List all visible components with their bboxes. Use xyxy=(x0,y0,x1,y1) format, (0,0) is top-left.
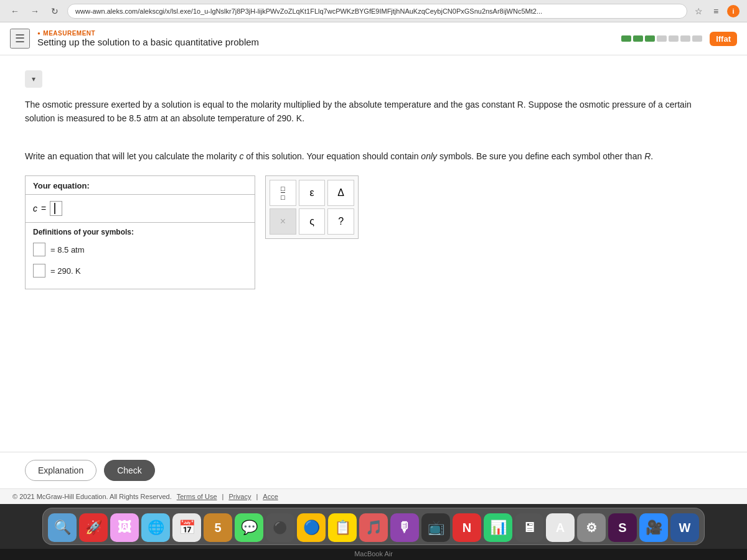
check-button[interactable]: Check xyxy=(104,460,155,481)
header-subtitle: Setting up the solution to a basic quant… xyxy=(37,37,621,47)
problem-text-1: The osmotic pressure exerted by a soluti… xyxy=(25,98,722,126)
palette-fraction-btn[interactable]: □ □ xyxy=(270,180,296,206)
palette-delta-btn[interactable]: Δ xyxy=(327,180,354,206)
refresh-button[interactable]: ↻ xyxy=(47,4,62,19)
explanation-button[interactable]: Explanation xyxy=(25,460,96,481)
progress-seg-3 xyxy=(645,35,655,42)
dock-item-chrome[interactable]: 🔵 xyxy=(297,513,326,542)
equation-input-field[interactable] xyxy=(50,201,62,216)
forward-button[interactable]: → xyxy=(27,4,42,19)
symbol-palette: □ □ ε Δ × ς ? xyxy=(265,175,359,239)
dock-item-safari[interactable]: 🌐 xyxy=(141,513,170,542)
url-bar[interactable]: www-awn.aleks.com/alekscgi/x/lsl.exe/1o_… xyxy=(67,4,687,19)
dock-item-screen[interactable]: 🖥 xyxy=(515,513,543,542)
dock-item-stocks[interactable]: 📊 xyxy=(484,513,512,542)
progress-seg-5 xyxy=(669,35,679,42)
cursor xyxy=(54,203,55,214)
dock-item-slack[interactable]: S xyxy=(608,513,637,542)
dock-item-settings[interactable]: ⚙ xyxy=(577,513,606,542)
dock-item-misc1[interactable]: ⚫ xyxy=(266,513,294,542)
dock-item-music[interactable]: 🎵 xyxy=(359,513,388,542)
equation-section: Your equation: c = Definitions of your s… xyxy=(25,175,722,289)
dock-item-notes[interactable]: 📋 xyxy=(328,513,357,542)
dock-item-news[interactable]: N xyxy=(453,513,481,542)
dock-item-messages[interactable]: 💬 xyxy=(235,513,263,542)
palette-epsilon-btn[interactable]: ε xyxy=(299,180,326,206)
browser-icons: ☆ ≡ i xyxy=(692,5,740,17)
app-container: ☰ MEASUREMENT Setting up the solution to… xyxy=(0,22,747,504)
palette-question-btn[interactable]: ? xyxy=(327,208,354,235)
equation-box-label: Your equation: xyxy=(26,176,255,195)
copyright-bar: © 2021 McGraw-Hill Education. All Rights… xyxy=(0,488,747,504)
equation-input-row[interactable]: c = xyxy=(26,195,255,223)
dock-item-photos[interactable]: 🖼 xyxy=(110,513,139,542)
header-right: Iffat xyxy=(621,32,737,46)
progress-seg-7 xyxy=(692,35,702,42)
footer-area: Explanation Check xyxy=(0,452,747,488)
definition-row-2: = 290. K xyxy=(26,260,255,281)
header-title-area: MEASUREMENT Setting up the solution to a… xyxy=(37,30,621,47)
equation-box: Your equation: c = Definitions of your s… xyxy=(25,175,255,289)
user-name-badge: Iffat xyxy=(710,32,737,46)
definition-text-1: = 8.5 atm xyxy=(50,245,85,254)
palette-multiply-btn: × xyxy=(270,208,296,235)
definition-input-2[interactable] xyxy=(33,264,45,278)
dock-item-launchpad[interactable]: 🚀 xyxy=(79,513,108,542)
definitions-label: Definitions of your symbols: xyxy=(26,223,255,239)
progress-seg-2 xyxy=(633,35,643,42)
palette-s-btn[interactable]: ς xyxy=(299,208,326,235)
progress-seg-4 xyxy=(657,35,667,42)
palette-row-2: × ς ? xyxy=(268,207,355,236)
definition-text-2: = 290. K xyxy=(50,266,81,276)
palette-row-1: □ □ ε Δ xyxy=(268,179,355,207)
app-header: ☰ MEASUREMENT Setting up the solution to… xyxy=(0,22,747,55)
privacy-link[interactable]: Privacy xyxy=(228,493,251,500)
hamburger-button[interactable]: ☰ xyxy=(10,29,30,49)
problem-text-2: Write an equation that will let you calc… xyxy=(25,149,722,163)
definition-row-1: = 8.5 atm xyxy=(26,239,255,260)
progress-seg-6 xyxy=(680,35,690,42)
dock-item-podcasts[interactable]: 🎙 xyxy=(390,513,419,542)
progress-seg-1 xyxy=(621,35,631,42)
eq-equals: = xyxy=(41,203,46,213)
copyright-text: © 2021 McGraw-Hill Education. All Rights… xyxy=(12,493,172,500)
definition-input-1[interactable] xyxy=(33,243,45,256)
browser-bar: ← → ↻ www-awn.aleks.com/alekscgi/x/lsl.e… xyxy=(0,0,747,22)
measurement-label: MEASUREMENT xyxy=(37,30,621,37)
dock: 🔍🚀🖼🌐📅5💬⚫🔵📋🎵🎙📺N📊🖥A⚙S🎥W xyxy=(42,508,705,545)
dock-item-calendar[interactable]: 📅 xyxy=(172,513,201,542)
dock-item-texteditor[interactable]: A xyxy=(546,513,575,542)
menu-icon[interactable]: ≡ xyxy=(710,5,722,17)
star-icon[interactable]: ☆ xyxy=(692,5,705,17)
macbook-label: MacBook Air xyxy=(0,549,747,560)
dock-item-appletv[interactable]: 📺 xyxy=(421,513,450,542)
back-button[interactable]: ← xyxy=(7,4,22,19)
acce-link[interactable]: Acce xyxy=(263,493,278,500)
url-text: www-awn.aleks.com/alekscgi/x/lsl.exe/1o_… xyxy=(75,7,542,15)
macos-dock-bg: 🔍🚀🖼🌐📅5💬⚫🔵📋🎵🎙📺N📊🖥A⚙S🎥W xyxy=(0,504,747,549)
user-avatar[interactable]: i xyxy=(727,5,740,17)
terms-of-use-link[interactable]: Terms of Use xyxy=(177,493,217,500)
progress-bar xyxy=(621,34,702,43)
dock-item-word[interactable]: W xyxy=(670,513,699,542)
eq-variable-c: c xyxy=(33,203,37,213)
dock-item-files[interactable]: 5 xyxy=(204,513,232,542)
dock-item-finder[interactable]: 🔍 xyxy=(48,513,77,542)
content-area: ▾ The osmotic pressure exerted by a solu… xyxy=(0,55,747,452)
dock-item-zoom[interactable]: 🎥 xyxy=(639,513,668,542)
expand-button[interactable]: ▾ xyxy=(25,70,42,88)
